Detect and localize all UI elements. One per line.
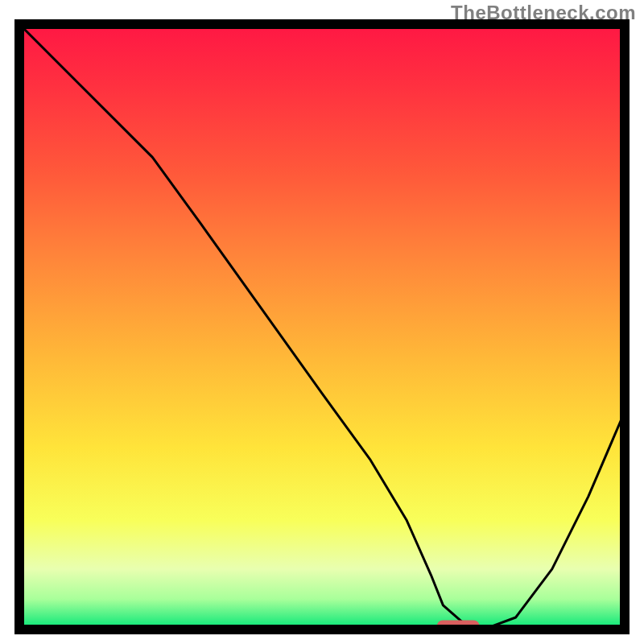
watermark-text: TheBottleneck.com (451, 2, 636, 24)
chart-container: TheBottleneck.com (0, 0, 644, 644)
bottleneck-chart (0, 0, 644, 644)
